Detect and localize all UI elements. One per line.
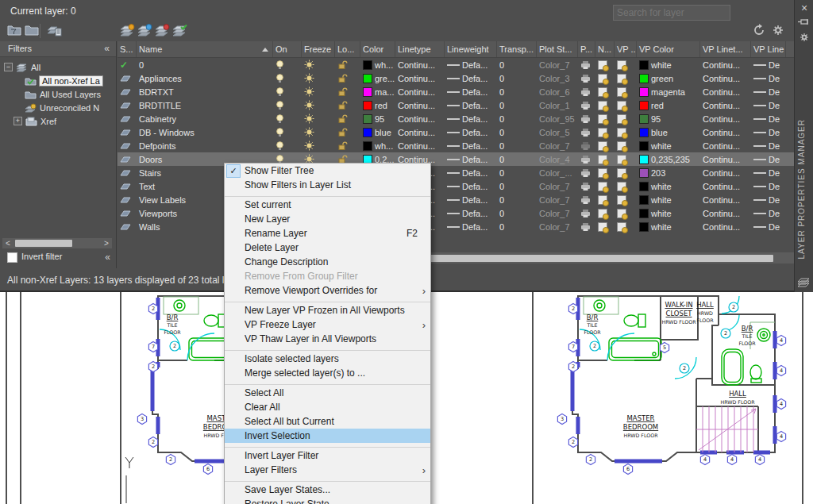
layer-new-vp-freeze-cell[interactable] [595,71,615,85]
layer-plot-cell[interactable] [578,220,595,233]
context-menu-item[interactable]: Remove From Group Filter [225,269,430,283]
layer-transparency-cell[interactable]: 0 [497,58,537,71]
new-layer-vp-frozen-button[interactable] [137,23,154,39]
scroll-right-icon[interactable]: > [101,238,112,248]
set-current-button[interactable] [171,23,189,39]
layer-plot-style-cell[interactable]: Color_6 [537,85,578,98]
layer-plot-cell[interactable] [578,58,595,71]
context-menu-item[interactable]: Show Filter Tree [225,164,430,178]
vp-color-swatch[interactable] [639,155,649,164]
layer-search-box[interactable] [613,5,730,21]
layer-name[interactable]: Appliances [137,71,273,85]
layer-row[interactable]: ✓ BDRTXT ma... Continu... [118,85,794,98]
layer-new-vp-freeze-cell[interactable] [595,139,615,152]
layer-linetype-cell[interactable]: Continu... [395,58,445,71]
layer-name[interactable]: Cabinetry [137,112,273,125]
layer-vp-color-cell[interactable]: blue [637,125,700,139]
filter-tree-item-xref[interactable]: + Xref [0,114,116,128]
column-header-on[interactable]: On [273,41,302,57]
layer-lock-cell[interactable] [335,125,360,139]
column-header-vp-color[interactable]: VP Color [637,41,700,57]
layer-transparency-cell[interactable]: 0 [497,152,537,166]
layer-vp-freeze-cell[interactable] [615,125,637,139]
layer-color-cell[interactable]: gre... [360,71,395,85]
settings-button[interactable] [770,23,788,39]
layer-row[interactable]: ✓ Doors 0,2... Continu... [118,152,794,166]
layer-vp-color-cell[interactable]: white [637,58,700,71]
layer-transparency-cell[interactable]: 0 [497,112,537,125]
layer-plot-style-cell[interactable]: Color_4 [537,152,578,166]
layer-transparency-cell[interactable]: 0 [497,179,537,193]
layer-states-manager-button[interactable] [46,23,64,39]
layer-name[interactable]: BRDTITLE [137,98,273,112]
layer-vp-freeze-cell[interactable] [615,98,637,112]
layer-plot-style-cell[interactable]: Color_7 [537,206,578,220]
layer-name[interactable]: Defpoints [137,139,273,152]
layer-transparency-cell[interactable]: 0 [497,71,537,85]
new-layer-button[interactable] [119,23,137,39]
context-menu-item[interactable]: Isolate selected layers [225,352,430,366]
layer-freeze-cell[interactable] [302,85,335,98]
color-swatch[interactable] [363,141,372,151]
layer-plot-style-cell[interactable]: Color_1 [537,98,578,112]
layer-row[interactable]: ✓ Viewports wh... Continu... [118,206,794,220]
layer-vp-linetype-cell[interactable]: Continu... [700,112,751,125]
layer-vp-color-cell[interactable]: white [637,206,700,220]
layer-linetype-cell[interactable]: Continu... [395,139,445,152]
context-menu-item[interactable]: Delete Layer [225,240,430,255]
new-property-filter-button[interactable] [6,23,24,39]
layer-vp-freeze-cell[interactable] [615,139,637,152]
layer-transparency-cell[interactable]: 0 [497,206,537,220]
layer-vp-freeze-cell[interactable] [615,71,637,85]
layer-vp-color-cell[interactable]: magenta [637,85,700,98]
layer-lineweight-cell[interactable]: Defa... [445,193,497,206]
column-header-status[interactable]: S... [118,41,137,57]
layer-lock-cell[interactable] [335,98,360,112]
layer-plot-style-cell[interactable]: Color_95 [537,112,578,125]
vp-color-swatch[interactable] [639,114,649,124]
search-input[interactable] [614,7,743,18]
layer-lineweight-cell[interactable]: Defa... [445,220,497,233]
layer-on-cell[interactable] [273,85,302,98]
column-header-vp-freeze[interactable]: VP ... [615,41,637,57]
layer-plot-cell[interactable] [578,85,595,98]
layer-new-vp-freeze-cell[interactable] [595,98,615,112]
layer-vp-color-cell[interactable]: white [637,220,700,233]
layer-new-vp-freeze-cell[interactable] [595,206,615,220]
layer-vp-lineweight-cell[interactable]: De [751,152,786,166]
layer-plot-cell[interactable] [578,98,595,112]
layer-on-cell[interactable] [273,71,302,85]
layer-linetype-cell[interactable]: Continu... [395,112,445,125]
layer-lock-cell[interactable] [335,58,360,71]
layer-new-vp-freeze-cell[interactable] [595,179,615,193]
layer-new-vp-freeze-cell[interactable] [595,193,615,206]
column-header-plot[interactable]: P... [578,41,595,57]
layer-vp-freeze-cell[interactable] [615,112,637,125]
vp-color-swatch[interactable] [639,74,649,83]
filter-tree-item-unreconciled[interactable]: Unreconciled N [0,101,116,114]
layer-transparency-cell[interactable]: 0 [497,85,537,98]
color-swatch[interactable] [363,74,372,83]
layer-new-vp-freeze-cell[interactable] [595,85,615,98]
layer-vp-linetype-cell[interactable]: Continu... [700,179,751,193]
vp-color-swatch[interactable] [639,195,649,205]
color-swatch[interactable] [363,128,372,137]
column-header-transparency[interactable]: Transp... [497,41,537,57]
layer-plot-cell[interactable] [578,71,595,85]
vp-color-swatch[interactable] [639,60,649,70]
layer-vp-freeze-cell[interactable] [615,166,637,179]
context-menu-item[interactable]: VP Thaw Layer in All Viewports [225,332,430,346]
layer-freeze-cell[interactable] [302,112,335,125]
layer-transparency-cell[interactable]: 0 [497,125,537,139]
layer-vp-freeze-cell[interactable] [615,179,637,193]
context-menu-item[interactable]: New Layer VP Frozen in All Viewports [225,303,430,317]
context-menu-item[interactable]: Select All [225,386,430,400]
layer-lineweight-cell[interactable]: Defa... [445,206,497,220]
properties-gear-icon[interactable] [795,32,813,43]
layer-vp-freeze-cell[interactable] [615,193,637,206]
layer-vp-lineweight-cell[interactable]: De [751,166,786,179]
layer-row[interactable]: ✓ 0 wh... Continu... [118,58,794,71]
vp-color-swatch[interactable] [639,87,649,97]
layer-lock-cell[interactable] [335,112,360,125]
layer-plot-cell[interactable] [578,125,595,139]
